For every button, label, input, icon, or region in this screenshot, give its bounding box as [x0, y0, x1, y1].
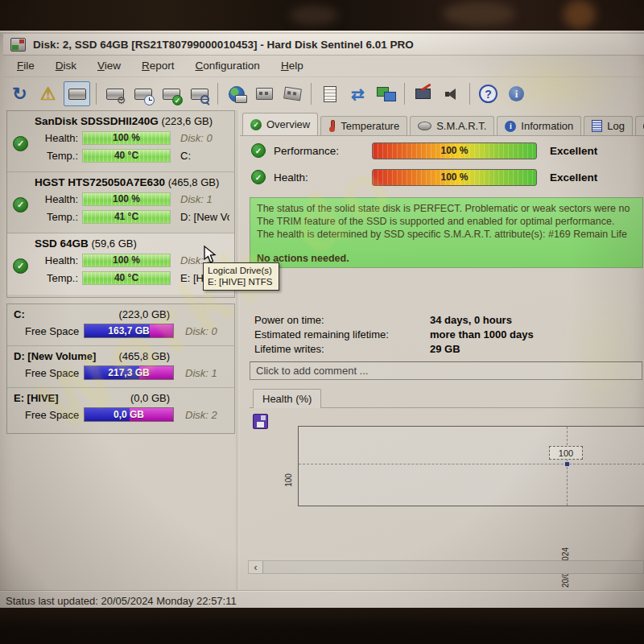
menu-bar: File Disk View Report Configuration Help [3, 55, 644, 76]
hardware-adapter-icon-1[interactable] [250, 80, 279, 107]
free-space-value: 163,7 GB [85, 324, 173, 337]
save-chart-icon[interactable] [253, 414, 268, 429]
remaining-lifetime-row: Estimated remaining lifetime: more than … [254, 327, 642, 341]
disk-name: SSD 64GB [35, 237, 89, 250]
title-bar[interactable]: Disk: 2, SSD 64GB [RS21T80799000010453] … [3, 34, 644, 56]
toolbar-separator [217, 83, 218, 105]
temp-label: Temp.: [35, 150, 78, 162]
refresh-icon[interactable]: ↻ [6, 80, 34, 107]
screenshot-monitor-pen-icon[interactable] [409, 80, 437, 107]
health-label: Health: [35, 193, 78, 205]
sidebar-splitter[interactable] [236, 110, 240, 591]
disk-check-icon[interactable]: ✓ [157, 80, 185, 107]
temp-label: Temp.: [35, 211, 78, 223]
temp-bar: 40 °C [82, 271, 171, 285]
partition-item-d[interactable]: D: [New Volume](465,8 GB) Free Space 217… [7, 346, 234, 388]
disk-number: Disk: 0 [180, 132, 213, 144]
warning-glyph: ⚠ [40, 85, 56, 103]
help-icon[interactable]: ? [474, 80, 502, 107]
lifetime-writes-value: 29 GB [430, 343, 460, 355]
sound-alert-icon[interactable] [437, 80, 465, 107]
document-glyph [324, 86, 336, 102]
performance-rating: Excellent [550, 145, 597, 157]
disk-item-0[interactable]: ✓ SanDisk SDSSDHII240G (223,6 GB) Health… [7, 111, 234, 172]
gear-icon: ⚙ [116, 95, 126, 105]
health-value: 100 % [373, 170, 536, 185]
remaining-lifetime-value: more than 1000 days [430, 328, 534, 341]
adapter-glyph [283, 87, 302, 101]
problems-warning-icon[interactable]: ⚠ [34, 80, 62, 107]
menu-disk[interactable]: Disk [45, 56, 87, 75]
adapter-glyph [256, 88, 273, 100]
partition-size: (465,8 GB) [118, 350, 170, 362]
partition-size: (223,0 GB) [118, 308, 170, 320]
health-ok-icon: ✓ [13, 258, 28, 274]
sync-arrows-icon[interactable]: ⇄ [344, 80, 372, 107]
smart-disk-icon [418, 122, 431, 130]
tab-disk-performance[interactable]: Disk [635, 116, 644, 135]
menu-view[interactable]: View [87, 56, 131, 75]
disk-item-2-selected[interactable]: ✓ SSD 64GB (59,6 GB) Health: 100 % Disk:… [7, 233, 234, 295]
tab-overview[interactable]: ✓Overview [242, 113, 318, 135]
disk-number: Disk: 1 [180, 193, 213, 205]
temp-bar: 40 °C [82, 149, 171, 163]
refresh-glyph: ↻ [12, 85, 27, 103]
partition-item-c[interactable]: C:(223,0 GB) Free Space 163,7 GB Disk: 0 [7, 304, 234, 346]
scroll-left-button[interactable]: ‹ [249, 561, 263, 573]
tab-log[interactable]: Log [584, 116, 633, 135]
menu-configuration[interactable]: Configuration [185, 56, 270, 75]
chart-data-point[interactable] [565, 462, 569, 466]
menu-file[interactable]: File [6, 56, 45, 75]
info-icon: i [505, 121, 516, 132]
hard-disk-sentinel-window: Disk: 2, SSD 64GB [RS21T80799000010453] … [0, 31, 644, 611]
report-document-icon[interactable] [316, 80, 344, 107]
partition-name: E: [HIVE] [14, 392, 59, 404]
question-glyph: ? [479, 85, 497, 103]
tab-temperature[interactable]: Temperature [320, 116, 407, 135]
disk-gear-icon[interactable]: ⚙ [101, 80, 129, 107]
tooltip-line-1: Logical Drive(s) [208, 265, 273, 276]
disk-number: Disk: 0 [185, 325, 217, 337]
health-row: ✓ Health: 100 % Excellent [251, 168, 642, 186]
comment-field[interactable]: Click to add comment ... [250, 361, 642, 380]
partition-name: C: [14, 308, 25, 320]
disk-view-icon[interactable] [64, 81, 90, 106]
lifetime-writes-label: Lifetime writes: [254, 343, 430, 355]
status-line-3: The health is determined by SSD specific… [257, 228, 636, 241]
remaining-lifetime-label: Estimated remaining lifetime: [254, 328, 430, 341]
disk-size: (59,6 GB) [91, 237, 136, 250]
menu-report[interactable]: Report [131, 56, 185, 75]
lifetime-writes-row: Lifetime writes: 29 GB [254, 341, 642, 356]
monitor-pen-glyph [415, 88, 431, 101]
chart-gridline-100 [299, 464, 644, 464]
partition-item-e[interactable]: E: [HIVE](0,0 GB) Free Space 0,0 GB Disk… [7, 388, 234, 430]
chart-section-title[interactable]: Health (%) [253, 389, 321, 408]
network-globe-disk-icon[interactable] [222, 80, 250, 107]
health-bar: 100 % [82, 192, 171, 206]
disk-size: (223,6 GB) [161, 115, 213, 127]
performance-row: ✓ Performance: 100 % Excellent [251, 142, 642, 159]
tab-information[interactable]: iInformation [497, 116, 581, 135]
free-space-bar: 0,0 GB [84, 407, 174, 422]
chart-horizontal-scrollbar[interactable]: ‹ [248, 560, 644, 574]
partition-name: D: [New Volume] [14, 350, 96, 362]
disk-clock-icon[interactable] [129, 80, 157, 107]
temp-label: Temp.: [35, 272, 78, 284]
health-label: Health: [35, 132, 78, 144]
drive-letter: D: [New Volu [180, 211, 229, 223]
disk-item-1[interactable]: ✓ HGST HTS725050A7E630 (465,8 GB) Health… [7, 172, 234, 233]
hardware-adapter-icon-2[interactable] [279, 80, 307, 107]
tab-label: Overview [266, 118, 310, 130]
tab-smart[interactable]: S.M.A.R.T. [410, 116, 494, 135]
disk-search-icon[interactable] [185, 80, 213, 107]
about-info-icon[interactable]: i [502, 80, 530, 107]
health-rating: Excellent [550, 171, 597, 184]
network-computers-icon[interactable] [372, 80, 400, 107]
free-space-value: 217,3 GB [85, 366, 173, 379]
tab-label: Log [607, 120, 625, 132]
info-glyph: i [509, 86, 524, 101]
tab-baseline [240, 135, 644, 136]
menu-help[interactable]: Help [270, 56, 314, 75]
disk-glyph [235, 95, 247, 103]
chart-crosshair-vertical [567, 427, 568, 506]
